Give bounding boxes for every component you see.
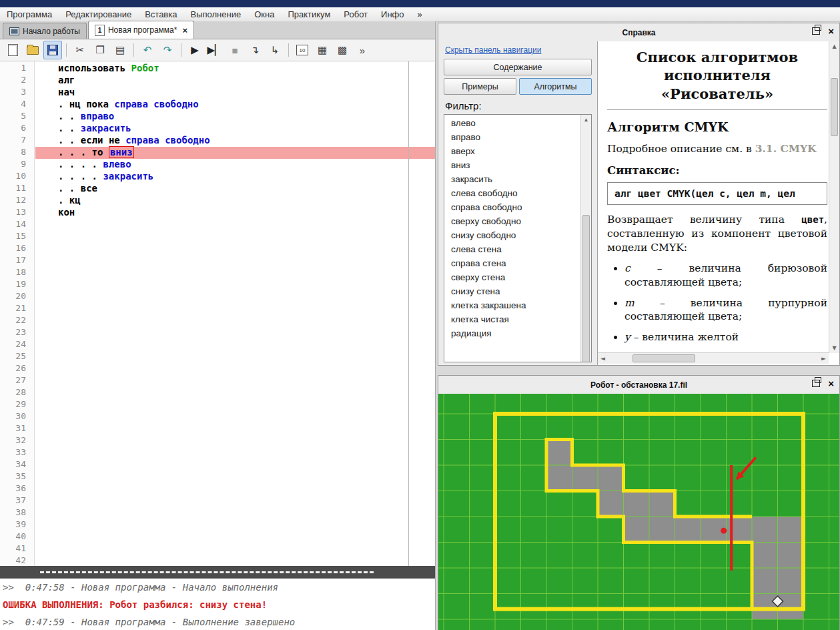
algorithm-list-item[interactable]: закрасить: [444, 172, 580, 186]
stop-button[interactable]: ■: [226, 41, 244, 59]
code-line-8[interactable]: . . . то вниз: [35, 147, 435, 159]
code-line-21[interactable]: [35, 303, 435, 315]
menu-item[interactable]: Редактирование: [59, 8, 138, 21]
menu-item[interactable]: »: [411, 8, 429, 21]
code-line-36[interactable]: [35, 483, 435, 495]
menu-item[interactable]: Вставка: [138, 8, 183, 21]
code-line-20[interactable]: [35, 291, 435, 303]
code-line-37[interactable]: [35, 495, 435, 507]
code-area[interactable]: использовать Роботалгнач. нц пока справа…: [35, 61, 435, 566]
menu-item[interactable]: Окна: [248, 8, 281, 21]
algorithm-list-item[interactable]: клетка закрашена: [444, 298, 580, 312]
algorithm-list-item[interactable]: снизу стена: [444, 284, 580, 298]
paste-button[interactable]: ▤: [111, 41, 129, 59]
algorithm-list-item[interactable]: влево: [444, 116, 580, 130]
scroll-left-icon[interactable]: ◄: [600, 355, 605, 362]
code-line-19[interactable]: [35, 279, 435, 291]
code-line-14[interactable]: [35, 219, 435, 231]
cut-button[interactable]: ✂: [71, 41, 89, 59]
examples-button[interactable]: Примеры: [444, 78, 516, 95]
algorithm-list-item[interactable]: слева стена: [444, 242, 580, 256]
step-over-button[interactable]: ↴: [246, 41, 264, 59]
redo-button[interactable]: ↷: [158, 41, 177, 59]
run-button[interactable]: ▶: [185, 41, 204, 59]
code-line-12[interactable]: . кц: [35, 195, 435, 207]
show-margin-button[interactable]: 10: [293, 41, 312, 59]
algorithm-list-item[interactable]: справа свободно: [444, 200, 580, 214]
code-line-1[interactable]: использовать Робот: [35, 63, 435, 75]
code-line-27[interactable]: [35, 375, 435, 387]
code-line-38[interactable]: [35, 507, 435, 519]
content-horizontal-scrollbar[interactable]: ◄ ►: [598, 352, 829, 364]
algorithm-list-item[interactable]: снизу свободно: [444, 228, 580, 242]
algorithm-list-item[interactable]: радиация: [444, 326, 580, 340]
save-button[interactable]: [43, 41, 62, 59]
code-line-13[interactable]: кон: [35, 207, 435, 219]
code-line-22[interactable]: [35, 315, 435, 327]
algorithm-list-item[interactable]: сверху свободно: [444, 214, 580, 228]
window-titlebar[interactable]: [0, 0, 840, 7]
code-line-39[interactable]: [35, 519, 435, 531]
algorithm-list-item[interactable]: слева свободно: [444, 186, 580, 200]
scrollbar-thumb[interactable]: [633, 354, 695, 362]
algorithm-list-item[interactable]: вниз: [444, 158, 580, 172]
editor-horizontal-scrollbar[interactable]: [0, 566, 435, 578]
algorithm-list-item[interactable]: сверху стена: [444, 270, 580, 284]
code-line-34[interactable]: [35, 459, 435, 471]
code-line-2[interactable]: алг: [35, 75, 435, 87]
restore-window-icon[interactable]: [812, 27, 820, 35]
menu-item[interactable]: Практикум: [281, 8, 337, 21]
code-line-30[interactable]: [35, 411, 435, 423]
scroll-up-icon[interactable]: ▲: [832, 41, 836, 51]
menu-item[interactable]: Программа: [0, 8, 59, 21]
code-line-6[interactable]: . . закрасить: [35, 123, 435, 135]
scrollbar-thumb[interactable]: [831, 78, 838, 136]
code-line-10[interactable]: . . . . закрасить: [35, 171, 435, 183]
code-line-25[interactable]: [35, 351, 435, 363]
code-line-33[interactable]: [35, 447, 435, 459]
code-line-15[interactable]: [35, 231, 435, 243]
help-window-titlebar[interactable]: Справка ×: [438, 23, 839, 41]
code-line-18[interactable]: [35, 267, 435, 279]
code-line-5[interactable]: . . вправо: [35, 111, 435, 123]
algorithm-list-item[interactable]: клетка чистая: [444, 312, 580, 326]
code-line-41[interactable]: [35, 543, 435, 555]
code-line-9[interactable]: . . . . влево: [35, 159, 435, 171]
algorithms-button[interactable]: Алгоритмы: [519, 78, 592, 95]
code-line-31[interactable]: [35, 423, 435, 435]
show-grid-button[interactable]: ▦: [313, 41, 332, 59]
code-line-4[interactable]: . нц пока справа свободно: [35, 99, 435, 111]
code-line-24[interactable]: [35, 339, 435, 351]
new-file-button[interactable]: [3, 41, 22, 59]
code-line-32[interactable]: [35, 435, 435, 447]
undo-button[interactable]: ↶: [138, 41, 157, 59]
menu-item[interactable]: Выполнение: [183, 8, 248, 21]
close-window-icon[interactable]: ×: [828, 28, 834, 35]
code-line-23[interactable]: [35, 327, 435, 339]
code-line-29[interactable]: [35, 399, 435, 411]
algorithm-list-item[interactable]: вверх: [444, 144, 580, 158]
code-line-35[interactable]: [35, 471, 435, 483]
tab[interactable]: 1Новая программа*×: [88, 21, 194, 39]
toolbar-more-button[interactable]: »: [353, 41, 372, 59]
algorithm-list-item[interactable]: вправо: [444, 130, 580, 144]
hide-navigation-link[interactable]: Скрыть панель навигации: [445, 45, 592, 55]
code-line-28[interactable]: [35, 387, 435, 399]
open-file-button[interactable]: [23, 41, 42, 59]
scroll-up-icon[interactable]: ▲: [584, 115, 589, 125]
code-line-17[interactable]: [35, 255, 435, 267]
code-line-7[interactable]: . . если не справа свободно: [35, 135, 435, 147]
scrollbar-thumb[interactable]: [582, 215, 590, 362]
contents-button[interactable]: Содержание: [444, 59, 592, 75]
code-line-16[interactable]: [35, 243, 435, 255]
menu-item[interactable]: Инфо: [374, 8, 410, 21]
list-vertical-scrollbar[interactable]: ▲ ▼: [580, 115, 591, 362]
copy-button[interactable]: ❐: [91, 41, 109, 59]
menu-item[interactable]: Робот: [337, 8, 374, 21]
step-into-button[interactable]: ↳: [266, 41, 284, 59]
restore-window-icon[interactable]: [812, 380, 820, 387]
tab[interactable]: Начало работы: [3, 23, 87, 39]
content-vertical-scrollbar[interactable]: ▲ ▼: [829, 41, 839, 353]
doc-link[interactable]: 3.1. CMYK: [755, 142, 817, 155]
code-line-3[interactable]: нач: [35, 87, 435, 99]
